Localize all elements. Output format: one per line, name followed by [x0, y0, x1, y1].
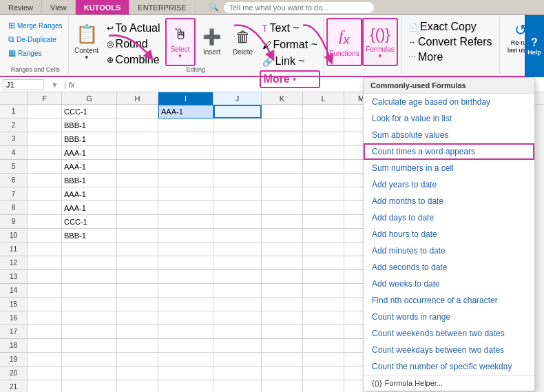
cell-h6[interactable] [117, 174, 158, 187]
cell-i8[interactable] [158, 201, 213, 215]
dropdown-item-add-minutes[interactable]: Add minutes to date [364, 243, 534, 259]
cell-ref-input[interactable] [3, 79, 44, 90]
cell-l3[interactable] [303, 132, 344, 146]
cell-h2[interactable] [117, 118, 158, 132]
cell-k10[interactable] [262, 229, 303, 243]
exact-copy-btn[interactable]: 📄 Exact Copy [406, 19, 495, 34]
cell-l8[interactable] [303, 201, 344, 215]
cell-j7[interactable] [213, 187, 262, 201]
dropdown-item-calculate-age[interactable]: Calculate age based on birthday [364, 94, 534, 110]
dropdown-item-sum-absolute[interactable]: Sum absolute values [364, 127, 534, 143]
cell-i5[interactable] [158, 160, 213, 174]
cell-h8[interactable] [117, 201, 158, 215]
cell-l7[interactable] [303, 187, 344, 201]
cell-f6[interactable] [28, 174, 62, 187]
cell-i9[interactable] [158, 215, 213, 229]
cell-l9[interactable] [303, 215, 344, 229]
cell-g1[interactable]: CCC-1 [62, 105, 117, 118]
dropdown-item-add-months[interactable]: Add months to date [364, 193, 534, 209]
more-right-btn[interactable]: ⋯ More [406, 50, 495, 65]
convert-refers-btn[interactable]: ↔ Convert Refers [406, 34, 495, 50]
delete-btn[interactable]: 🗑 Delete [229, 18, 258, 66]
cell-k3[interactable] [262, 132, 303, 146]
cell-i10[interactable] [158, 229, 213, 243]
cell-h4[interactable] [117, 146, 158, 160]
dropdown-item-look-for-value[interactable]: Look for a value in list [364, 110, 534, 127]
dropdown-item-count-words[interactable]: Count words in range [364, 309, 534, 325]
dropdown-item-count-weekends[interactable]: Count weekends between two dates [364, 325, 534, 342]
cell-h5[interactable] [117, 160, 158, 174]
dropdown-item-count-times[interactable]: Count times a word appears [364, 143, 534, 160]
cell-k5[interactable] [262, 160, 303, 174]
cell-h9[interactable] [117, 215, 158, 229]
tab-enterprise[interactable]: ENTERPRISE [129, 0, 195, 14]
cell-l10[interactable] [303, 229, 344, 243]
help-btn[interactable]: ? Help [525, 15, 544, 77]
dropdown-item-find-nth[interactable]: Find nth occurrence of a character [364, 292, 534, 309]
to-actual-btn[interactable]: ↩ To Actual [104, 21, 163, 36]
cell-j8[interactable] [213, 201, 262, 215]
cell-g10[interactable]: BBB-1 [62, 229, 117, 243]
cell-g9[interactable]: CCC-1 [62, 215, 117, 229]
dropdown-item-add-days[interactable]: Add days to date [364, 209, 534, 226]
cell-g4[interactable]: AAA-1 [62, 146, 117, 160]
cell-g3[interactable]: BBB-1 [62, 132, 117, 146]
tab-view[interactable]: View [42, 0, 76, 14]
cell-g6[interactable]: BBB-1 [62, 174, 117, 187]
dropdown-item-sum-numbers[interactable]: Sum numbers in a cell [364, 160, 534, 176]
cell-f3[interactable] [28, 132, 62, 146]
cell-g2[interactable]: BBB-1 [62, 118, 117, 132]
cell-k4[interactable] [262, 146, 303, 160]
cell-k1[interactable] [262, 105, 303, 118]
cell-g5[interactable]: AAA-1 [62, 160, 117, 174]
combine-btn[interactable]: ⊕ Combine [104, 52, 163, 68]
format-btn[interactable]: 🖌 Format ~ [260, 37, 320, 52]
cell-i6[interactable] [158, 174, 213, 187]
cell-f5[interactable] [28, 160, 62, 174]
cell-i4[interactable] [158, 146, 213, 160]
cell-h3[interactable] [117, 132, 158, 146]
dropdown-item-add-hours[interactable]: Add hours to date [364, 226, 534, 243]
insert-btn[interactable]: ➕ Insert [198, 18, 227, 66]
cell-l2[interactable] [303, 118, 344, 132]
cell-g8[interactable]: AAA-1 [62, 201, 117, 215]
cell-j3[interactable] [213, 132, 262, 146]
cell-k2[interactable] [262, 118, 303, 132]
cell-l4[interactable] [303, 146, 344, 160]
dropdown-item-count-specific-weekday[interactable]: Count the number of specific weekday [364, 358, 534, 375]
functions-btn[interactable]: fx Functions [326, 18, 362, 66]
cell-l5[interactable] [303, 160, 344, 174]
select-btn[interactable]: 🖱 Select ▼ [165, 18, 196, 66]
cell-h10[interactable] [117, 229, 158, 243]
cell-g7[interactable]: AAA-1 [62, 187, 117, 201]
cell-k7[interactable] [262, 187, 303, 201]
dropdown-item-add-seconds[interactable]: Add seconds to date [364, 259, 534, 276]
content-btn[interactable]: 📋 Content ▼ [72, 18, 102, 66]
formulas-btn[interactable]: {()} Formulas ▼ [362, 18, 398, 66]
dropdown-item-count-weekdays[interactable]: Count weekdays between two dates [364, 342, 534, 358]
cell-k9[interactable] [262, 215, 303, 229]
cell-f2[interactable] [28, 118, 62, 132]
cell-j9[interactable] [213, 215, 262, 229]
tab-review[interactable]: Review [0, 0, 42, 14]
cell-j10[interactable] [213, 229, 262, 243]
cell-f9[interactable] [28, 215, 62, 229]
cell-l1[interactable] [303, 105, 344, 118]
de-duplicate-btn[interactable]: ⧉ De-Duplicate [6, 33, 65, 45]
cell-i2[interactable] [158, 118, 213, 132]
cell-f4[interactable] [28, 146, 62, 160]
cell-h7[interactable] [117, 187, 158, 201]
tab-kutools[interactable]: KUTOOLS [76, 0, 130, 14]
cell-j6[interactable] [213, 174, 262, 187]
merge-ranges-btn[interactable]: ⊞ Merge Ranges [6, 19, 65, 32]
cell-j1[interactable] [213, 105, 262, 118]
cell-f7[interactable] [28, 187, 62, 201]
cell-h1[interactable] [117, 105, 158, 118]
cell-j5[interactable] [213, 160, 262, 174]
dropdown-item-add-weeks[interactable]: Add weeks to date [364, 276, 534, 292]
dropdown-item-add-years[interactable]: Add years to date [364, 176, 534, 193]
cell-f8[interactable] [28, 201, 62, 215]
cell-f1[interactable] [28, 105, 62, 118]
cell-l6[interactable] [303, 174, 344, 187]
cell-i7[interactable] [158, 187, 213, 201]
